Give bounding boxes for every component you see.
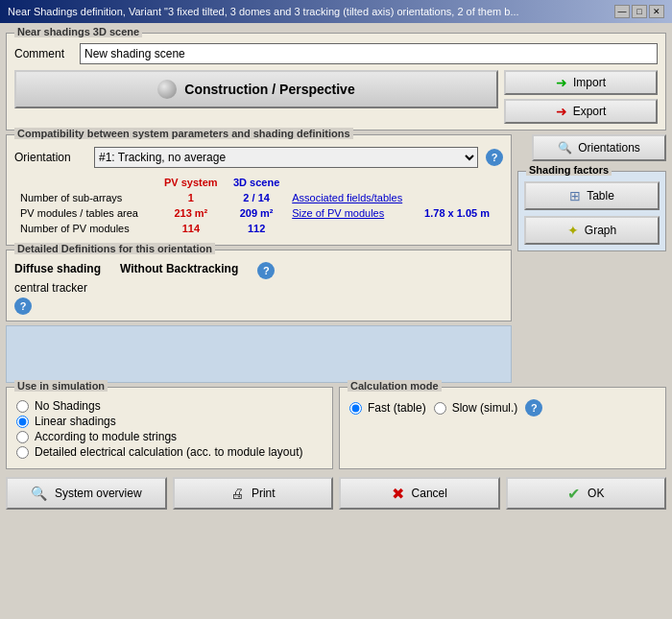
action-bar: 🔍 System overview 🖨 Print ✖ Cancel ✔ OK [6,473,666,512]
pv-table-empty-header [16,176,156,189]
module-strings-radio[interactable] [16,431,29,443]
construction-perspective-button[interactable]: Construction / Perspective [14,70,498,108]
row2-label: PV modules / tables area [16,206,156,220]
main-container: Near shadings 3D scene Comment Construct… [0,23,672,619]
two-col-layout: Compatibility between system parameters … [6,134,666,383]
shading-factors-title: Shading factors [526,164,612,176]
import-export-col: ➜ Import ➜ Export [504,70,658,124]
print-label: Print [252,487,276,500]
title-text: Near Shadings definition, Variant "3 fix… [8,6,614,17]
calc-mode-group: Calculation mode Fast (table) Slow (simu… [339,387,666,469]
row3-scene-val: 112 [227,222,286,235]
orientations-btn-label: Orientations [578,141,640,155]
row2-extra: 1.78 x 1.05 m [420,206,501,220]
scene-group-title: Near shadings 3D scene [14,26,142,37]
right-sidebar: 🔍 Orientations Shading factors ⊞ Table ✦… [517,134,666,383]
table-icon: ⊞ [569,188,581,203]
detailed-electrical-radio[interactable] [16,446,29,459]
fast-table-label: Fast (table) [368,401,426,415]
linear-shadings-row: Linear shadings [16,415,323,428]
orientation-help-icon[interactable]: ? [486,149,503,166]
print-icon: 🖨 [230,486,244,501]
row3-pv-val: 114 [157,222,225,235]
row1-label: Number of sub-arrays [16,191,156,204]
detailed-group-title: Detailed Definitions for this orientatio… [14,243,215,254]
scene-buttons-row: Construction / Perspective ➜ Import ➜ Ex… [14,70,658,124]
row3-label: Number of PV modules [16,222,156,235]
export-label: Export [573,105,607,118]
comment-input[interactable] [80,43,658,64]
cancel-icon: ✖ [392,485,404,503]
row2-link[interactable]: Size of PV modules [292,207,384,219]
minimize-button[interactable]: — [614,5,630,18]
linear-shadings-label: Linear shadings [35,415,116,428]
row1-pv-val: 1 [157,191,225,204]
system-overview-button[interactable]: 🔍 System overview [6,477,167,510]
table-row: PV modules / tables area 213 m² 209 m² S… [16,206,501,220]
system-overview-search-icon: 🔍 [31,486,47,501]
use-simulation-title: Use in simulation [14,380,108,392]
system-overview-label: System overview [55,487,142,500]
detailed-row1: Diffuse shading Without Backtracking ? [14,262,503,279]
print-button[interactable]: 🖨 Print [173,477,334,510]
import-arrow-icon: ➜ [556,75,567,90]
export-arrow-icon: ➜ [556,104,567,119]
maximize-button[interactable]: □ [632,5,647,18]
import-button[interactable]: ➜ Import [504,70,658,95]
module-strings-label: According to module strings [35,430,177,443]
backtracking-label: Without Backtracking [120,262,238,279]
orientations-button[interactable]: 🔍 Orientations [532,134,666,161]
slow-simul-label: Slow (simul.) [452,401,518,415]
no-shadings-label: No Shadings [35,399,101,413]
bottom-area: Use in simulation No Shadings Linear sha… [6,387,666,469]
export-button[interactable]: ➜ Export [504,99,658,124]
pv-system-header: PV system [157,176,225,189]
left-content: Compatibility between system parameters … [6,134,512,383]
calc-mode-title: Calculation mode [348,380,442,392]
central-tracker-help-icon[interactable]: ? [14,298,32,315]
row2-scene-val: 209 m² [227,206,286,220]
compat-group-title: Compatibility between system parameters … [14,128,353,139]
content-area [6,325,512,383]
graph-label: Graph [585,224,616,237]
comment-label: Comment [14,47,72,60]
row3-link [288,222,419,235]
compatibility-group: Compatibility between system parameters … [6,134,512,246]
slow-simul-radio[interactable] [434,402,446,415]
detailed-electrical-row: Detailed electrical calculation (acc. to… [16,445,323,459]
extra-header [288,176,419,189]
linear-shadings-radio[interactable] [16,416,29,428]
ok-button[interactable]: ✔ OK [506,477,667,510]
detailed-electrical-label: Detailed electrical calculation (acc. to… [35,445,302,459]
table-button[interactable]: ⊞ Table [524,181,660,210]
sphere-icon [157,80,177,99]
detailed-help-icon[interactable]: ? [257,262,275,279]
orientation-row: Orientation #1: Tracking, no average ? [14,147,503,168]
import-label: Import [573,76,606,89]
scene3d-header: 3D scene [227,176,286,189]
table-label: Table [587,189,614,202]
module-strings-row: According to module strings [16,430,323,443]
search-icon: 🔍 [558,141,572,155]
calc-mode-row: Fast (table) Slow (simul.) ? [349,399,656,417]
extra-val-header [420,176,501,189]
close-button[interactable]: ✕ [649,5,664,18]
scene-group: Near shadings 3D scene Comment Construct… [6,33,666,131]
orientation-select[interactable]: #1: Tracking, no average [94,147,478,168]
orientation-label: Orientation [14,151,86,164]
row1-extra [420,191,501,204]
construction-btn-label: Construction / Perspective [184,82,354,97]
cancel-button[interactable]: ✖ Cancel [339,477,500,510]
calc-mode-help-icon[interactable]: ? [525,399,542,417]
table-row: Number of PV modules 114 112 [16,222,501,235]
fast-table-row: Fast (table) [349,401,426,415]
graph-button[interactable]: ✦ Graph [524,216,660,245]
title-bar: Near Shadings definition, Variant "3 fix… [0,0,672,23]
use-simulation-group: Use in simulation No Shadings Linear sha… [6,387,333,469]
shading-factors-group: Shading factors ⊞ Table ✦ Graph [517,171,666,251]
use-simulation-options: No Shadings Linear shadings According to… [16,399,323,459]
row1-link[interactable]: Associated fields/tables [292,192,402,203]
graph-icon: ✦ [567,223,579,238]
no-shadings-radio[interactable] [16,400,29,413]
fast-table-radio[interactable] [349,402,362,415]
